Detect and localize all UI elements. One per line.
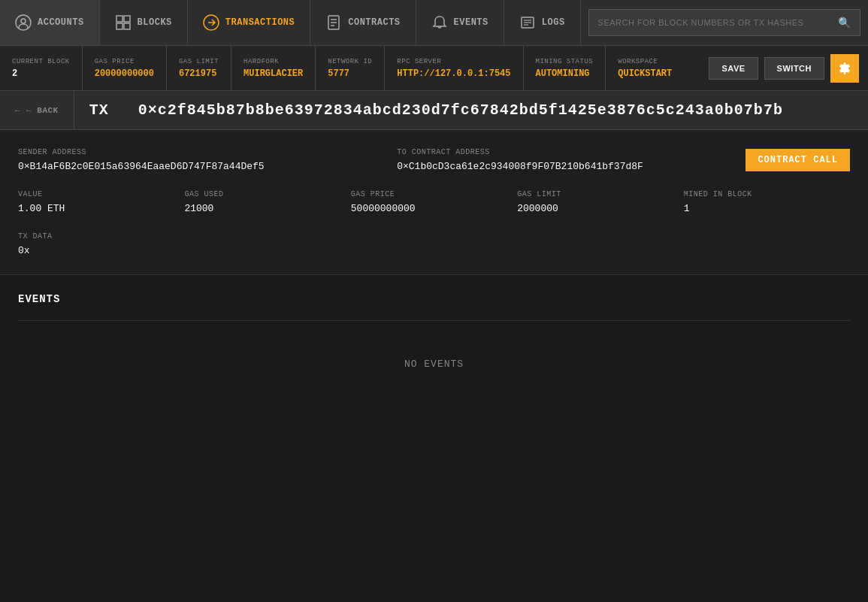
status-workspace: WORKSPACE QUICKSTART (606, 46, 684, 90)
events-title: EVENTS (18, 293, 850, 305)
gas-used-value: 21000 (184, 203, 350, 214)
sender-address-value: 0×B14aF6B2c0E015a63964EaaeD6D747F87a44De… (18, 161, 367, 172)
status-gas-price: GAS PRICE 20000000000 (83, 46, 167, 90)
status-gas-limit: GAS LIMIT 6721975 (167, 46, 231, 90)
back-arrow-icon: ← (15, 106, 20, 115)
status-rpc-server-label: RPC SERVER (397, 58, 510, 65)
gas-price-label: GAS PRICE (351, 190, 517, 198)
address-row: SENDER ADDRESS 0×B14aF6B2c0E015a63964Eaa… (18, 148, 850, 172)
gas-used-label: GAS USED (184, 190, 350, 198)
svg-rect-3 (124, 16, 130, 22)
nav-events[interactable]: EVENTS (416, 0, 504, 45)
nav-blocks[interactable]: BLOCKS (100, 0, 188, 45)
sender-address-label: SENDER ADDRESS (18, 148, 367, 156)
value-label: VALUE (18, 190, 184, 198)
status-mining-status-label: MINING STATUS (536, 58, 594, 65)
metrics-row: VALUE 1.00 ETH GAS USED 21000 GAS PRICE … (18, 190, 850, 214)
status-gas-price-value: 20000000000 (95, 68, 154, 79)
gear-icon (838, 62, 851, 75)
events-divider (18, 320, 850, 321)
svg-rect-5 (124, 23, 130, 29)
to-contract-label: TO CONTRACT ADDRESS (397, 148, 746, 156)
tx-hash-header: TX 0×c2f845b87b8be63972834abcd230d7fc678… (74, 101, 798, 119)
status-rpc-server-value: HTTP://127.0.0.1:7545 (397, 68, 510, 79)
nav-transactions-label: TRANSACTIONS (225, 17, 295, 28)
blocks-icon (115, 14, 132, 31)
gas-limit-value: 2000000 (517, 203, 683, 214)
status-workspace-label: WORKSPACE (618, 58, 672, 65)
status-hardfork: HARDFORK MUIRGLACIER (231, 46, 316, 90)
nav-events-label: EVENTS (454, 17, 488, 28)
logs-icon (519, 14, 536, 31)
status-actions: SAVE SWITCH (709, 54, 868, 83)
nav-accounts-label: ACCOUNTS (38, 17, 84, 28)
svg-point-1 (21, 19, 26, 23)
nav-logs[interactable]: LOGS (504, 0, 581, 45)
status-workspace-value: QUICKSTART (618, 68, 672, 79)
to-contract-col: TO CONTRACT ADDRESS 0×C1b0cD3ca61e2c9340… (397, 148, 746, 172)
mined-in-block-label: MINED IN BLOCK (684, 190, 850, 198)
tx-hash-value: 0×c2f845b87b8be63972834abcd230d7fc67842b… (138, 101, 783, 119)
nav-transactions[interactable]: TRANSACTIONS (188, 0, 310, 45)
back-label: ← BACK (26, 106, 59, 115)
switch-button[interactable]: SWITCH (764, 57, 824, 80)
tx-data-row: TX DATA 0x (18, 232, 850, 256)
gas-limit-label: GAS LIMIT (517, 190, 683, 198)
contracts-icon (325, 14, 342, 31)
status-mining-status-value: AUTOMINING (536, 68, 594, 79)
status-hardfork-label: HARDFORK (243, 58, 303, 65)
search-input[interactable] (598, 18, 838, 27)
tx-data-value: 0x (18, 245, 850, 256)
status-network-id-value: 5777 (328, 68, 372, 79)
status-current-block-value: 2 (12, 68, 70, 79)
transaction-detail: SENDER ADDRESS 0×B14aF6B2c0E015a63964Eaa… (0, 130, 868, 275)
nav-blocks-label: BLOCKS (138, 17, 172, 28)
status-gas-limit-value: 6721975 (179, 68, 219, 79)
status-hardfork-value: MUIRGLACIER (243, 68, 303, 79)
nav-contracts-label: CONTRACTS (348, 17, 400, 28)
value-col: VALUE 1.00 ETH (18, 190, 184, 214)
search-icon: 🔍 (838, 17, 851, 29)
tx-prefix: TX (89, 101, 109, 119)
back-button[interactable]: ← ← BACK (0, 91, 74, 129)
contract-call-badge: CONTRACT CALL (746, 149, 850, 171)
status-gas-limit-label: GAS LIMIT (179, 58, 219, 65)
breadcrumb-bar: ← ← BACK TX 0×c2f845b87b8be63972834abcd2… (0, 91, 868, 130)
contract-call-text: CONTRACT CALL (758, 155, 838, 165)
search-bar: 🔍 (588, 9, 860, 36)
nav-logs-label: LOGS (542, 17, 565, 28)
transactions-icon (203, 14, 219, 31)
mined-in-block-value: 1 (684, 203, 850, 214)
events-section: EVENTS NO EVENTS (0, 275, 868, 410)
status-bar: CURRENT BLOCK 2 GAS PRICE 20000000000 GA… (0, 46, 868, 91)
to-contract-value: 0×C1b0cD3ca61e2c934008f9F07B210b641bf37d… (397, 161, 746, 172)
save-button[interactable]: SAVE (709, 57, 758, 80)
gas-used-col: GAS USED 21000 (184, 190, 350, 214)
status-gas-price-label: GAS PRICE (95, 58, 154, 65)
status-current-block: CURRENT BLOCK 2 (0, 46, 83, 90)
events-icon (431, 14, 448, 31)
gas-price-col: GAS PRICE 50000000000 (351, 190, 517, 214)
accounts-icon (15, 14, 32, 31)
status-current-block-label: CURRENT BLOCK (12, 58, 70, 65)
gas-price-value: 50000000000 (351, 203, 517, 214)
svg-rect-4 (116, 23, 122, 29)
status-mining-status: MINING STATUS AUTOMINING (524, 46, 606, 90)
nav-accounts[interactable]: ACCOUNTS (0, 0, 100, 45)
status-network-id-label: NETWORK ID (328, 58, 372, 65)
top-navigation: ACCOUNTS BLOCKS TRANSACTIONS CONTRACTS (0, 0, 868, 46)
svg-rect-2 (116, 16, 122, 22)
settings-button[interactable] (830, 54, 859, 83)
no-events-text: NO EVENTS (18, 336, 850, 392)
svg-point-0 (16, 15, 31, 30)
status-network-id: NETWORK ID 5777 (316, 46, 385, 90)
mined-in-block-col: MINED IN BLOCK 1 (684, 190, 850, 214)
tx-data-label: TX DATA (18, 232, 850, 240)
gas-limit-col: GAS LIMIT 2000000 (517, 190, 683, 214)
nav-contracts[interactable]: CONTRACTS (310, 0, 416, 45)
status-rpc-server: RPC SERVER HTTP://127.0.0.1:7545 (385, 46, 523, 90)
value-value: 1.00 ETH (18, 203, 184, 214)
sender-address-col: SENDER ADDRESS 0×B14aF6B2c0E015a63964Eaa… (18, 148, 367, 172)
